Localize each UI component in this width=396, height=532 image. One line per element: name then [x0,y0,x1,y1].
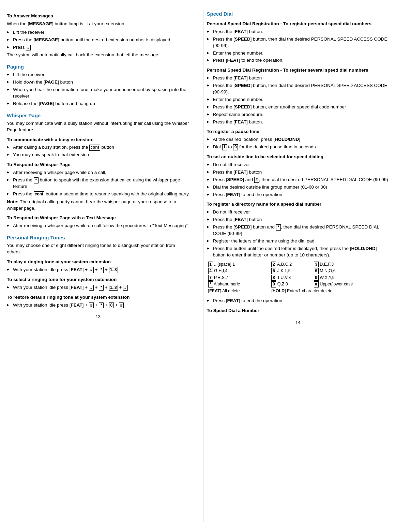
answer-messages-list: Lift the receiver Press the [MESSAGE] bu… [7,29,189,51]
table-cell: # Upper/lower case [313,281,389,288]
table-cell: * Alphanumeric [207,281,270,288]
table-row: 7 P,R,S,7 8 T,U,V,8 9 W,X,Y,9 [207,275,390,281]
list-item: Register the letters of the name using t… [207,238,390,245]
left-column: To Answer Messages When the [MESSAGE] bu… [7,10,193,522]
whisper-text-list: After receiving a whisper page while on … [7,223,189,229]
list-item: After receiving a whisper page while on … [7,223,189,229]
list-item: Press the [SPEED] button and *, then dia… [207,224,390,237]
speed-dial-register-single-list: Press the [FEAT] button. Press the [SPEE… [207,29,390,64]
pause-time-title: To register a pause time [207,129,390,135]
section-paging: Paging Lift the receiver Hold down the [… [7,63,189,107]
directory-name-title: To register a directory name for a speed… [207,201,390,208]
table-cell: 0 Q,Z,0 [270,281,313,288]
list-item: Press [SPEED] and #, then dial the desir… [207,177,390,183]
speed-dial-register-several-title: Personal Speed Dial Registration - To re… [207,67,390,74]
list-item: Press the [SPEED] button, then dial the … [207,36,390,49]
section-speed-dial: Speed Dial Personal Speed Dial Registrat… [207,10,390,314]
feat-end-list: Press [FEAT] to end the operation [207,298,390,304]
list-item: Press the [SPEED] button, enter another … [207,104,390,110]
list-item: Hold down the [PAGE] button [7,79,189,86]
whisper-respond-note: Note: The original calling party cannot … [7,199,189,212]
list-item: After calling a busy station, press the … [7,144,189,151]
list-item: Do not lift receiver [207,209,390,216]
speed-dial-register-single-title: Personal Speed Dial Registration - To re… [207,21,390,27]
list-item: After receiving a whisper page while on … [7,169,189,176]
select-ringing-title: To select a ringing tone for your system… [7,277,189,283]
table-row: 4 G,H,I,4 5 J,K,L,5 6 M,N,O,6 [207,268,390,275]
answer-messages-note: The system will automatically call back … [7,52,189,58]
table-cell: 2 A,B,C,2 [270,261,313,268]
list-item: Do not lift receiver [207,162,390,168]
pause-time-list: At the desired location, press [HOLD/DND… [207,136,390,150]
section-personal-ringing: Personal Ringing Tones You may choose on… [7,234,189,308]
table-cell: [FEAT] All delete [207,288,270,295]
table-cell: 5 J,K,L,5 [270,268,313,275]
answer-messages-body: When the [MESSAGE] button lamp is lit at… [7,21,189,27]
table-row: 1 .,,[space],1 2 A,B,C,2 3 D,E,F,3 [207,261,390,268]
list-item: Release the [PAGE] button and hang up [7,101,189,107]
list-item: When you hear the confirmation tone, mak… [7,87,189,100]
list-item: At the desired location, press [HOLD/DND… [207,136,390,143]
section-answer-messages: To Answer Messages When the [MESSAGE] bu… [7,13,189,58]
outside-line-list: Do not lift receiver Press the [FEAT] bu… [207,162,390,198]
paging-list: Lift the receiver Hold down the [PAGE] b… [7,72,189,107]
whisper-communicate-list: After calling a busy station, press the … [7,144,189,158]
personal-ringing-title: Personal Ringing Tones [7,234,189,241]
whisper-respond-list: After receiving a whisper page while on … [7,169,189,197]
play-ringing-list: With your station idle press [FEAT] + # … [7,267,189,273]
list-item: Press [FEAT] to end the operation [207,298,390,304]
outside-line-title: To set an outside line to be selected fo… [207,154,390,160]
key-reference-table: 1 .,,[space],1 2 A,B,C,2 3 D,E,F,3 4 G,H… [207,261,390,295]
section-whisper-page: Whisper Page You may communicate with a … [7,112,189,229]
list-item: Lift the receiver [7,72,189,78]
table-cell: 3 D,E,F,3 [313,261,389,268]
list-item: Dial the desired outside line group numb… [207,184,390,191]
list-item: Press # [7,44,189,51]
list-item: Press the [FEAT] button [207,75,390,82]
table-row: [FEAT] All delete [HOLD] Enter/1 charact… [207,288,390,295]
whisper-respond-title: To Respond to Whisper Page [7,162,189,168]
right-column: Speed Dial Personal Speed Dial Registrat… [203,10,390,522]
list-item: With your station idle press [FEAT] + # … [7,284,189,291]
table-cell: 9 W,X,Y,9 [313,275,389,281]
paging-title: Paging [7,63,189,70]
restore-ringing-title: To restore default ringing tone at your … [7,294,189,301]
list-item: Press the button until the desired lette… [207,246,390,258]
play-ringing-title: To play a ringing tone at your system ex… [7,259,189,265]
whisper-page-body: You may communicate with a busy station … [7,120,189,133]
left-page-number: 13 [7,314,189,320]
list-item: Enter the phone number. [207,50,390,57]
table-cell: 4 G,H,I,4 [207,268,270,275]
list-item: Press the * button to speak with the ext… [7,177,189,190]
table-row: * Alphanumeric 0 Q,Z,0 # Upper/lower cas… [207,281,390,288]
list-item: Lift the receiver [7,29,189,36]
personal-ringing-body: You may choose one of eight different ri… [7,242,189,255]
speed-dial-title: Speed Dial [207,10,390,17]
select-ringing-list: With your station idle press [FEAT] + # … [7,284,189,291]
list-item: Press [FEAT] to end the operation. [207,57,390,64]
speed-dial-register-several-list: Press the [FEAT] button Press the [SPEED… [207,75,390,125]
list-item: With your station idle press [FEAT] + # … [7,267,189,273]
list-item: Press the conf button a second time to r… [7,191,189,197]
list-item: Press the [FEAT] button. [207,119,390,125]
whisper-page-title: Whisper Page [7,112,189,119]
table-cell: 7 P,R,S,7 [207,275,270,281]
list-item: Press [FEAT] to end the operation [207,192,390,198]
list-item: Press the [FEAT] button. [207,29,390,35]
table-cell: [HOLD] Enter/1 character delete [270,288,389,295]
list-item: Press the [MESSAGE] button until the des… [7,37,189,43]
list-item: Press the [FEAT] button [207,169,390,176]
list-item: Repeat same procedure. [207,112,390,118]
whisper-text-title: To Respond to Whisper Page with a Text M… [7,215,189,221]
list-item: You may now speak to that extension [7,152,189,158]
speed-dial-number-title: To Speed Dial a Number [207,308,390,314]
answer-messages-title: To Answer Messages [7,13,189,19]
list-item: Enter the phone number. [207,97,390,103]
list-item: Press the [FEAT] button [207,217,390,223]
right-page-number: 14 [207,320,390,326]
whisper-communicate-title: To communicate with a busy extension: [7,137,189,143]
restore-ringing-list: With your station idle press [FEAT] + # … [7,302,189,309]
list-item: Press the [SPEED] button, then dial the … [207,83,390,95]
table-cell: 8 T,U,V,8 [270,275,313,281]
table-cell: 1 .,,[space],1 [207,261,270,268]
